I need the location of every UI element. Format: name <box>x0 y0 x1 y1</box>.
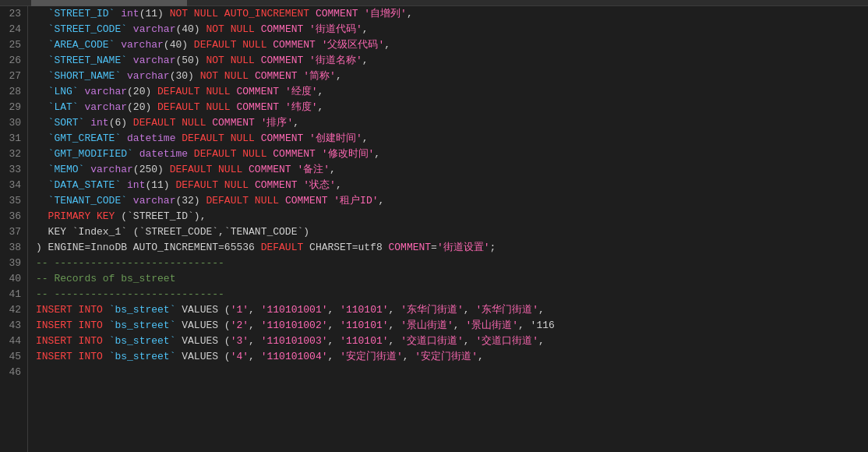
code-segment: , <box>249 335 261 347</box>
code-segment: COMMENT <box>261 132 309 144</box>
code-segment: COMMENT <box>261 23 309 35</box>
code-segment: , <box>374 148 380 160</box>
code-segment: VALUES ( <box>175 351 230 362</box>
code-segment: VALUES ( <box>175 304 230 316</box>
code-segment: int <box>121 8 139 19</box>
code-segment <box>36 210 48 222</box>
code-segment: '备注' <box>297 164 330 175</box>
code-segment: , <box>403 351 415 362</box>
line-number: 44 <box>6 334 21 349</box>
code-segment: '东华门街道' <box>400 304 464 316</box>
code-segment: (32) <box>175 195 206 207</box>
code-segment: '自增列' <box>364 8 407 19</box>
code-segment: DEFAULT NULL <box>175 179 254 191</box>
code-segment: varchar <box>133 55 176 66</box>
code-segment: = <box>431 242 437 253</box>
code-segment: VALUES ( <box>175 335 230 347</box>
line-number: 40 <box>6 271 21 287</box>
line-number: 28 <box>6 84 21 100</box>
code-segment: '110101002' <box>261 320 328 331</box>
code-segment: DEFAULT NULL <box>206 195 284 207</box>
code-segment: '110101' <box>340 320 388 331</box>
code-segment: -- ---------------------------- <box>36 257 224 269</box>
code-segment: '景山街道' <box>400 320 453 331</box>
code-segment: , <box>384 39 390 51</box>
code-segment: `bs_street` <box>109 335 176 347</box>
code-line: INSERT INTO `bs_street` VALUES ('1', '11… <box>36 302 868 318</box>
code-segment: , <box>336 70 342 82</box>
code-segment: '4' <box>231 351 249 362</box>
line-number: 30 <box>6 115 21 131</box>
code-segment: , <box>328 351 340 362</box>
code-segment: (50) <box>175 55 206 66</box>
code-segment: -- Records of bs_street <box>36 273 175 284</box>
line-number: 45 <box>6 349 21 365</box>
code-segment: '110101' <box>340 335 388 347</box>
line-number: 25 <box>6 37 21 53</box>
code-line: ) ENGINE=InnoDB AUTO_INCREMENT=65536 DEF… <box>36 240 868 256</box>
line-number: 38 <box>6 240 21 256</box>
code-segment: , <box>328 304 340 316</box>
code-segment: varchar <box>133 195 176 207</box>
code-segment: DEFAULT NULL <box>157 101 236 113</box>
code-segment: PRIMARY KEY <box>48 210 122 222</box>
line-number: 39 <box>6 256 21 271</box>
code-segment: `STREET_CODE` <box>36 23 133 35</box>
line-number: 27 <box>6 69 21 84</box>
code-segment: int <box>90 117 108 129</box>
code-segment: , <box>389 304 401 316</box>
code-segment: , <box>318 86 324 97</box>
code-line: -- Records of bs_street <box>36 271 868 287</box>
code-line: -- ---------------------------- <box>36 256 868 271</box>
code-segment: NOT NULL <box>206 55 260 66</box>
code-segment: (40) <box>164 39 194 51</box>
code-segment: '街道设置' <box>437 242 490 253</box>
code-segment: '东华门街道' <box>475 304 538 316</box>
scrollbar-thumb[interactable] <box>31 0 187 6</box>
code-line: INSERT INTO `bs_street` VALUES ('3', '11… <box>36 334 868 349</box>
code-line: INSERT INTO `bs_street` VALUES ('4', '11… <box>36 349 868 365</box>
code-segment: '纬度' <box>285 101 318 113</box>
code-segment: `AREA_CODE` <box>36 39 121 51</box>
code-segment: `SORT` <box>36 117 90 129</box>
code-segment: COMMENT <box>255 70 303 82</box>
line-number: 29 <box>6 100 21 115</box>
code-segment: , <box>249 320 261 331</box>
line-number: 31 <box>6 131 21 147</box>
code-segment: , <box>362 55 369 66</box>
line-number: 36 <box>6 209 21 224</box>
code-segment: ; <box>490 242 496 253</box>
code-segment: COMMENT <box>261 55 309 66</box>
code-segment: DEFAULT NULL <box>194 39 273 51</box>
line-number: 26 <box>6 53 21 69</box>
code-segment: COMMENT <box>249 164 297 175</box>
code-segment: , <box>328 320 340 331</box>
code-segment: `MEMO` <box>36 164 90 175</box>
code-line: `STREET_NAME` varchar(50) NOT NULL COMME… <box>36 53 868 69</box>
code-segment: , <box>318 101 324 113</box>
code-segment: CHARSET=utf8 <box>309 242 388 253</box>
code-segment: , <box>478 351 484 362</box>
code-line: INSERT INTO `bs_street` VALUES ('2', '11… <box>36 318 868 334</box>
code-line: `AREA_CODE` varchar(40) DEFAULT NULL COM… <box>36 37 868 53</box>
code-segment: COMMENT <box>273 39 321 51</box>
code-segment: '交道口街道' <box>400 335 464 347</box>
code-segment: COMMENT <box>273 148 321 160</box>
code-segment: ) ENGINE=InnoDB AUTO_INCREMENT=65536 <box>36 242 261 253</box>
code-segment: `GMT_CREATE` <box>36 132 127 144</box>
code-line: PRIMARY KEY (`STREET_ID`), <box>36 209 868 224</box>
code-segment: COMMENT <box>255 179 303 191</box>
code-segment: '创建时间' <box>309 132 362 144</box>
code-segment: '排序' <box>261 117 294 129</box>
line-number: 34 <box>6 178 21 193</box>
line-number: 35 <box>6 193 21 209</box>
code-segment: varchar <box>84 86 127 97</box>
code-segment: '父级区代码' <box>322 39 385 51</box>
scrollbar-top[interactable] <box>0 0 868 6</box>
code-segment: COMMENT <box>316 8 364 19</box>
code-line: `GMT_MODIFIED` datetime DEFAULT NULL COM… <box>36 147 868 162</box>
code-content[interactable]: `STREET_ID` int(11) NOT NULL AUTO_INCREM… <box>28 6 868 452</box>
code-segment: (11) <box>139 8 170 19</box>
code-segment: , <box>379 195 385 207</box>
code-area: 2324252627282930313233343536373839404142… <box>0 6 868 452</box>
